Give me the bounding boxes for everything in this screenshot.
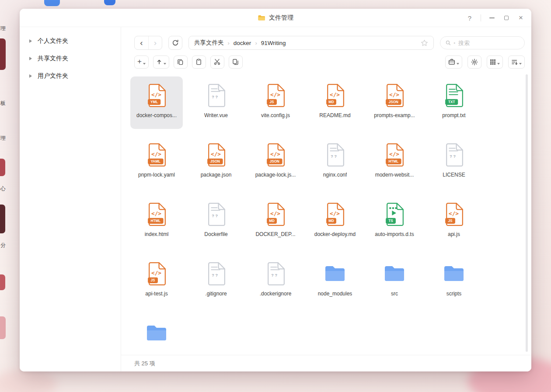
sort-button[interactable] xyxy=(508,56,525,69)
file-label: LICENSE xyxy=(443,172,465,178)
svg-text:HTML: HTML xyxy=(388,160,398,163)
view-mode-button[interactable] xyxy=(487,56,503,69)
sidebar-item[interactable]: 共享文件夹 xyxy=(20,50,121,67)
view-tools-group xyxy=(445,56,525,69)
file-label: scripts xyxy=(446,291,462,297)
file-label: package-lock.js... xyxy=(255,172,296,178)
file-item[interactable]: </>HTMLmodern-websit... xyxy=(368,136,421,188)
file-item-folder[interactable] xyxy=(130,314,183,352)
upload-button[interactable] xyxy=(153,56,169,69)
chevron-down-icon xyxy=(143,63,146,65)
paste-button[interactable] xyxy=(192,56,206,69)
code-file-icon: </>JS xyxy=(266,82,286,108)
task-manager-button[interactable] xyxy=(445,56,462,69)
file-item[interactable]: TXTprompt.txt xyxy=(428,76,480,129)
file-item[interactable]: ? ?Dockerfile xyxy=(190,195,242,248)
item-count: 共 25 项 xyxy=(134,360,155,368)
file-label: package.json xyxy=(201,172,232,178)
breadcrumb-segment[interactable]: docker xyxy=(234,40,251,46)
chevron-down-icon xyxy=(497,63,500,65)
sidebar: 个人文件夹共享文件夹用户文件夹 xyxy=(20,27,121,371)
breadcrumb: 共享文件夹›docker›91Writing xyxy=(188,36,434,50)
file-label: prompt.txt xyxy=(442,112,465,118)
code-file-icon: </>JS xyxy=(444,201,464,227)
desktop-icon-fragment[interactable] xyxy=(0,316,6,339)
desktop-icon-fragment[interactable] xyxy=(0,274,5,290)
file-item[interactable]: </>JSvite.config.js xyxy=(249,76,302,129)
file-label: Writer.vue xyxy=(204,112,228,118)
code-file-icon: </>YAML xyxy=(147,142,167,168)
file-item[interactable]: </>YMLdocker-compos... xyxy=(130,76,183,129)
breadcrumb-segment[interactable]: 共享文件夹 xyxy=(194,39,224,47)
sidebar-item[interactable]: 用户文件夹 xyxy=(20,67,121,85)
cut-button[interactable] xyxy=(210,56,224,69)
vertical-scrollbar[interactable] xyxy=(526,74,528,352)
file-item[interactable]: ? ?.dockerignore xyxy=(249,255,302,307)
file-item[interactable]: </>MDDOCKER_DEP... xyxy=(249,195,302,248)
file-item[interactable]: </>JSapi-test.js xyxy=(130,255,183,307)
file-item[interactable]: ? ?nginx.conf xyxy=(309,136,361,188)
help-button[interactable]: ? xyxy=(466,14,473,21)
file-label: Dockerfile xyxy=(204,231,227,237)
refresh-button[interactable] xyxy=(168,36,182,50)
file-item[interactable]: </>JSONpackage-lock.js... xyxy=(249,136,302,188)
file-item[interactable]: </>YAMLpnpm-lock.yaml xyxy=(130,136,183,188)
file-item[interactable]: </>HTMLindex.html xyxy=(130,195,183,248)
svg-text:JS: JS xyxy=(448,219,453,223)
svg-text:</>: </> xyxy=(151,91,161,97)
file-label: docker-deploy.md xyxy=(314,231,356,237)
file-item[interactable]: </>JSONprompts-examp... xyxy=(368,76,421,129)
window-title: 文件管理 xyxy=(269,14,293,22)
generic-file-icon: ? ? xyxy=(206,260,226,287)
code-file-icon: </>MD xyxy=(325,201,345,227)
file-label: README.md xyxy=(319,112,350,118)
search-input[interactable] xyxy=(458,40,519,46)
desktop-icon-fragment[interactable] xyxy=(0,205,5,233)
file-item[interactable]: </>MDdocker-deploy.md xyxy=(309,195,361,248)
search-icon xyxy=(446,40,451,46)
copy-button[interactable] xyxy=(174,56,188,69)
chevron-down-icon xyxy=(457,63,459,65)
expander-triangle-icon xyxy=(29,57,32,60)
desktop-icon-fragment[interactable] xyxy=(0,38,6,70)
maximize-icon xyxy=(504,16,509,20)
svg-text:JSON: JSON xyxy=(388,100,398,104)
svg-text:</>: </> xyxy=(270,150,280,157)
sidebar-item[interactable]: 个人文件夹 xyxy=(20,32,121,50)
forward-button[interactable]: › xyxy=(148,36,162,49)
svg-text:JS: JS xyxy=(269,100,274,104)
svg-text:JSON: JSON xyxy=(269,160,279,163)
settings-button[interactable] xyxy=(467,56,481,69)
favorite-star-button[interactable] xyxy=(421,39,428,47)
file-label: nginx.conf xyxy=(323,172,347,178)
desktop-icon-fragment[interactable] xyxy=(0,159,5,176)
file-label: vite.config.js xyxy=(261,112,290,118)
duplicate-button[interactable] xyxy=(229,56,243,69)
new-item-button[interactable]: + xyxy=(134,56,149,69)
file-item[interactable]: ? ?LICENSE xyxy=(428,136,480,188)
text-file-icon: TXT xyxy=(444,82,464,108)
refresh-icon xyxy=(172,39,179,46)
navigation-toolbar: ‹ › 共享文件夹›docker›91Writing • xyxy=(134,36,525,50)
file-item-folder[interactable]: scripts xyxy=(428,255,480,307)
svg-text:? ?: ? ? xyxy=(271,273,277,277)
code-file-icon: </>JSON xyxy=(206,142,226,168)
desktop-icon-fragment[interactable] xyxy=(44,0,60,6)
file-item[interactable]: </>MDREADME.md xyxy=(309,76,361,129)
file-grid: </>YMLdocker-compos... ? ?Writer.vue </>… xyxy=(130,76,487,352)
star-icon xyxy=(421,39,428,47)
file-item[interactable]: </>JSapi.js xyxy=(428,195,480,248)
breadcrumb-segment[interactable]: 91Writing xyxy=(261,40,286,46)
desktop-icon-fragment[interactable] xyxy=(104,0,115,5)
file-item-folder[interactable]: node_modules xyxy=(309,255,361,307)
file-item[interactable]: </>JSONpackage.json xyxy=(190,136,242,188)
file-item[interactable]: ? ?.gitignore xyxy=(190,255,242,307)
maximize-button[interactable] xyxy=(503,14,510,21)
back-button[interactable]: ‹ xyxy=(135,36,148,49)
file-item[interactable]: ? ?Writer.vue xyxy=(190,76,242,129)
svg-text:MD: MD xyxy=(328,219,334,223)
close-button[interactable]: × xyxy=(517,14,524,21)
minimize-button[interactable] xyxy=(488,14,495,21)
file-item-folder[interactable]: src xyxy=(368,255,421,307)
file-item[interactable]: TSauto-imports.d.ts xyxy=(368,195,421,248)
